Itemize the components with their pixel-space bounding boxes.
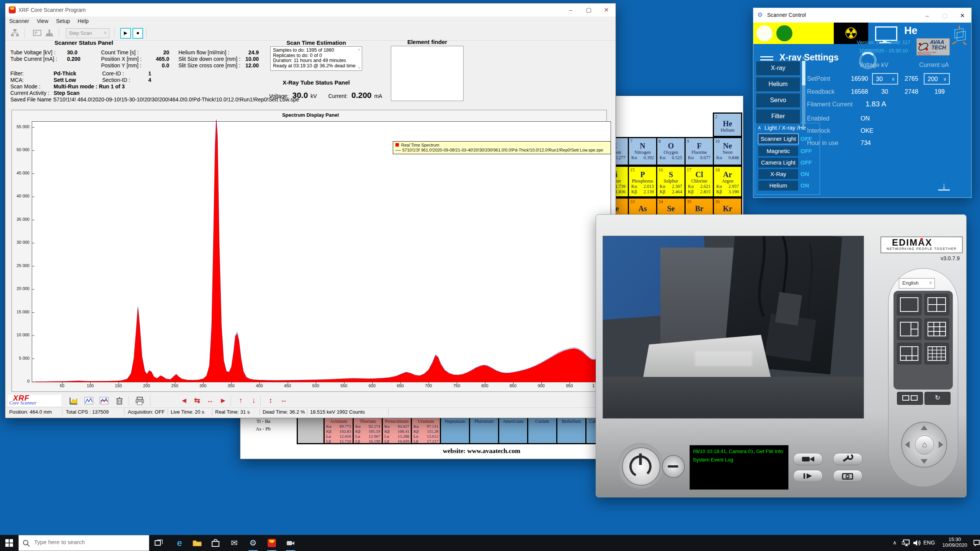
element-cell-S[interactable]: 16SSulphurKα2.307Kβ2.464 [656,166,686,197]
menu-scanner[interactable]: Scanner [5,16,33,26]
delete-spectrum-icon[interactable] [114,396,124,408]
element-cell-neptunium[interactable]: Neptunium [440,417,470,444]
camera-minimize-button[interactable] [662,455,685,478]
search-input[interactable] [33,538,146,546]
fit-vertical-button[interactable]: ↕ [265,395,276,406]
element-cell-curium[interactable]: Curium [527,417,557,444]
element-cell-thorium[interactable]: ThoriumKα92.174Kβ105.59Lα12.967Lβ16.199 [353,417,383,444]
download-icon[interactable]: ↓ [938,180,950,191]
scanner-control-app-icon[interactable]: ⚙ [244,535,262,551]
element-cell-P[interactable]: 15PPhosphorusKα2.013Kβ2.139 [628,166,657,197]
element-cell-F[interactable]: 9FFluorineKα0.677 [684,137,714,166]
element-cell-americium[interactable]: Americium [498,417,528,444]
element-cell-actinium[interactable]: ActiniumKα89.773Kβ102.83Lα12.650Lβ15.710 [323,417,354,444]
scanner-control-titlebar[interactable]: ⚙ Scanner Control – ▢ ✕ [753,8,971,23]
manual-control-icon[interactable] [44,28,54,39]
section-collapse-icon[interactable]: ∧ [758,125,761,130]
axes-cube-icon[interactable] [951,25,968,48]
close-button[interactable]: ✕ [598,3,615,16]
dpad-right-icon[interactable] [939,441,943,448]
edge-icon[interactable]: e [170,535,189,551]
element-cell-Ar[interactable]: 18ArArgonKα2.957Kβ3.190 [713,166,742,197]
close-button[interactable]: ✕ [954,9,971,22]
scrollup-icon[interactable]: ∧ [358,47,361,52]
spectrum-plot[interactable] [32,121,611,382]
element-cell-N[interactable]: 7NNitrogenKα0.392 [628,137,657,166]
scan-mode-dropdown[interactable]: Step Scan ∨ [66,28,109,38]
play-button[interactable] [793,470,823,482]
layout-1-5-button[interactable] [897,343,921,364]
report-icon[interactable] [32,28,42,39]
layout-16-button[interactable] [924,343,949,364]
language-indicator[interactable]: ENG [923,540,935,546]
dual-display-button[interactable] [897,392,923,405]
element-cell-Cl[interactable]: 17ClChlorineKα2.621Kβ2.815 [684,166,714,197]
toggle-magnetic[interactable]: Magnetic [758,146,798,156]
stop-scan-button[interactable]: ■ [132,28,143,39]
start-scan-button[interactable]: ▶ [120,28,131,39]
notification-center-icon[interactable] [973,540,980,548]
element-finder-box[interactable] [391,46,464,101]
dpad-home-button[interactable]: ⌂ [915,435,934,455]
volume-icon[interactable] [913,539,922,548]
element-cell-Ne[interactable]: 10NeNeonKα0.848 [713,137,742,166]
layout-1-2-button[interactable] [897,318,921,340]
layout-9-button[interactable] [924,318,949,340]
camera-dpad[interactable]: ⌂ [901,422,947,468]
fit-horizontal-button[interactable]: ⇔ [278,395,289,406]
nav-servo[interactable]: Servo [756,93,800,108]
toggle-scanner-light[interactable]: Scanner Light [758,134,798,144]
minimize-button[interactable]: – [918,9,936,22]
dpad-down-icon[interactable] [921,459,928,464]
element-cell-plutonium[interactable]: Plutonium [469,417,499,444]
toggle-helium[interactable]: Helium [758,181,798,191]
spectrum-compare-icon[interactable] [99,396,109,408]
minimize-button[interactable]: – [562,3,580,16]
rotate-view-button[interactable]: ↻ [924,392,951,405]
compress-x-button[interactable]: ⇆ [191,395,203,406]
tray-chevron-icon[interactable]: ∧ [893,540,897,546]
element-cell-He[interactable]: 2HeHelium [713,112,742,137]
spectrum-icon[interactable] [84,396,94,408]
nav-filter[interactable]: Filter [756,109,800,124]
element-cell-O[interactable]: 8OOxygenKα0.525 [656,137,686,166]
nav-scroll-up-icon[interactable]: ∧ [802,55,805,60]
clock[interactable]: 15:30 10/09/2020 [938,536,972,548]
mail-icon[interactable]: ✉ [225,535,243,551]
layout-1-button[interactable] [897,294,921,315]
setpoint-ua-dropdown[interactable]: 200∨ [924,73,950,85]
file-explorer-icon[interactable] [188,535,206,551]
menu-help[interactable]: Help [74,16,93,26]
store-icon[interactable] [206,535,225,551]
scrolldown-icon[interactable]: ∨ [358,65,361,70]
element-cell-berkelium[interactable]: Berkelium [556,417,586,444]
nav-scrollbar[interactable] [802,61,805,124]
dpad-left-icon[interactable] [905,441,910,448]
scroll-right-button[interactable]: ► [217,395,229,406]
element-cell-uranium[interactable]: UraniumKα97.131Kβ111.28Lα13.612Lβ17.217 [411,417,441,444]
network-icon[interactable] [902,539,911,548]
expand-x-button[interactable]: ↔ [204,395,216,406]
scale-down-button[interactable]: ↓ [248,395,260,406]
chart-icon[interactable] [69,396,78,408]
task-view-button[interactable] [150,535,168,551]
camera-power-button[interactable] [617,443,663,489]
toggle-camera-light[interactable]: Camera Light [758,158,798,168]
xrf-titlebar[interactable]: XRF Core Scanner Program – ▢ ✕ [5,3,616,17]
batch-setup-icon[interactable] [10,28,20,39]
maximize-button[interactable]: ▢ [580,3,598,16]
menu-view[interactable]: View [33,16,52,26]
xrf-app-icon[interactable] [263,535,281,551]
snapshot-button[interactable] [833,470,862,482]
camera-viewer-app-icon[interactable] [281,535,300,551]
scroll-left-button[interactable]: ◄ [178,395,190,406]
maximize-button[interactable]: ▢ [936,9,954,22]
dpad-up-icon[interactable] [921,425,928,430]
print-icon[interactable] [135,396,145,408]
setpoint-kv-dropdown[interactable]: 30∨ [872,73,898,85]
menu-setup[interactable]: Setup [52,16,74,26]
toggle-x-ray[interactable]: X-Ray [758,169,798,179]
nav-helium[interactable]: Helium [756,77,800,92]
search-box[interactable] [18,535,149,551]
record-button[interactable] [793,453,823,465]
